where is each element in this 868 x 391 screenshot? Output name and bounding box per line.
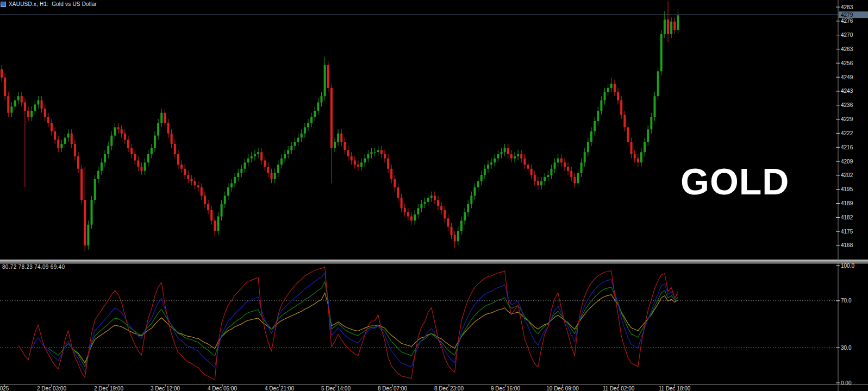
candle-body <box>384 154 386 159</box>
candle-body <box>207 204 209 210</box>
candle-body <box>354 160 356 165</box>
candle-body <box>600 100 602 111</box>
candle-body <box>557 159 559 163</box>
candle-body <box>30 111 33 117</box>
candle-body <box>374 152 376 153</box>
candle-body <box>77 156 79 169</box>
candle-body <box>151 148 153 154</box>
candle-body <box>444 210 446 218</box>
price-axis-label: 4229 <box>841 116 853 122</box>
candle-body <box>7 96 9 113</box>
candle-body <box>140 167 142 171</box>
candle-body <box>121 129 123 134</box>
candle-body <box>514 156 516 159</box>
panel-separator[interactable] <box>0 260 868 264</box>
candle-body <box>494 159 496 163</box>
candle-body <box>171 134 173 144</box>
candle-body <box>530 169 533 175</box>
candle-body <box>117 127 120 129</box>
time-axis-label: 4 Dec 05:00 <box>208 386 237 391</box>
candle-body <box>437 200 439 206</box>
candle-body <box>337 134 339 142</box>
candle-body <box>520 154 522 159</box>
candle-body <box>334 142 336 148</box>
candle-body <box>217 217 219 231</box>
candle-body <box>84 200 86 245</box>
candle-body <box>307 123 309 128</box>
candle-body <box>74 144 76 156</box>
candle-body <box>587 142 589 152</box>
candle-body <box>107 146 109 154</box>
price-axis-label: 4195 <box>841 186 853 192</box>
candle-body <box>650 117 652 129</box>
price-axis-label: 4175 <box>841 229 853 235</box>
candle-body <box>667 20 669 34</box>
price-axis-label: 4243 <box>841 88 853 94</box>
candle-body <box>523 159 526 165</box>
candle-body <box>314 111 316 117</box>
candle-body <box>653 96 655 117</box>
candle-body <box>430 195 433 198</box>
candle-body <box>271 173 273 179</box>
candle-body <box>617 92 619 100</box>
time-axis-label: 5 Dec 14:00 <box>321 386 351 391</box>
candle-body <box>67 134 70 138</box>
candle-body <box>540 181 542 186</box>
price-axis-label: 4189 <box>841 200 853 206</box>
price-axis-label: 4168 <box>841 242 853 248</box>
time-axis-label: 11 Dec 18:00 <box>659 386 691 391</box>
candle-body <box>490 162 492 165</box>
time-axis-label: 9 Dec 16:00 <box>491 386 520 391</box>
candle-body <box>160 113 163 123</box>
candle-body <box>254 154 256 156</box>
candle-body <box>351 156 353 161</box>
candle-body <box>580 162 583 173</box>
time-axis-label: 2 Dec 19:00 <box>94 386 123 391</box>
chart-window-icon <box>1 2 6 7</box>
window-title: XAUUSD.x, H1: Gold vs US Dollar <box>9 1 97 7</box>
candle-body <box>71 134 73 144</box>
candle-body <box>257 152 259 154</box>
price-axis-label: 4249 <box>841 74 853 80</box>
candle-body <box>274 173 276 179</box>
price-axis-label: 4216 <box>841 144 853 150</box>
candle-body <box>573 177 576 183</box>
candle-body <box>221 204 223 217</box>
time-axis-label: 2 Dec 03:00 <box>37 386 66 391</box>
candle-body <box>550 169 552 175</box>
candle-body <box>144 162 146 171</box>
chart-title-bar: XAUUSD.x, H1: Gold vs US Dollar <box>0 0 868 9</box>
candle-body <box>277 165 279 173</box>
candle-body <box>184 169 186 175</box>
candle-body <box>80 169 83 200</box>
candle-body <box>597 111 599 121</box>
time-axis-label: 8 Dec 23:00 <box>434 386 464 391</box>
candle-body <box>497 154 499 159</box>
candle-body <box>410 217 413 221</box>
candle-body <box>664 20 666 34</box>
candle-body <box>324 65 326 96</box>
candle-body <box>297 137 299 142</box>
candle-body <box>577 173 579 183</box>
candle-body <box>27 111 29 117</box>
candle-body <box>424 202 426 204</box>
candle-body <box>110 136 113 146</box>
candle-body <box>247 159 249 163</box>
oscillator-scale-label: 100.0 <box>841 263 854 269</box>
candle-body <box>57 140 59 148</box>
candle-body <box>154 136 156 148</box>
candle-body <box>673 22 676 30</box>
time-axis-label: 025 <box>0 386 9 391</box>
candle-body <box>317 103 319 111</box>
candle-body <box>340 134 342 142</box>
price-axis-label: 4202 <box>841 172 853 178</box>
price-axis-label: 4256 <box>841 60 853 66</box>
candle-body <box>447 218 449 226</box>
candle-body <box>301 134 303 138</box>
candle-body <box>417 208 419 214</box>
candle-body <box>560 159 563 163</box>
candle-body <box>644 142 646 152</box>
candle-body <box>124 134 126 140</box>
candle-body <box>534 175 536 181</box>
candle-body <box>267 167 269 173</box>
